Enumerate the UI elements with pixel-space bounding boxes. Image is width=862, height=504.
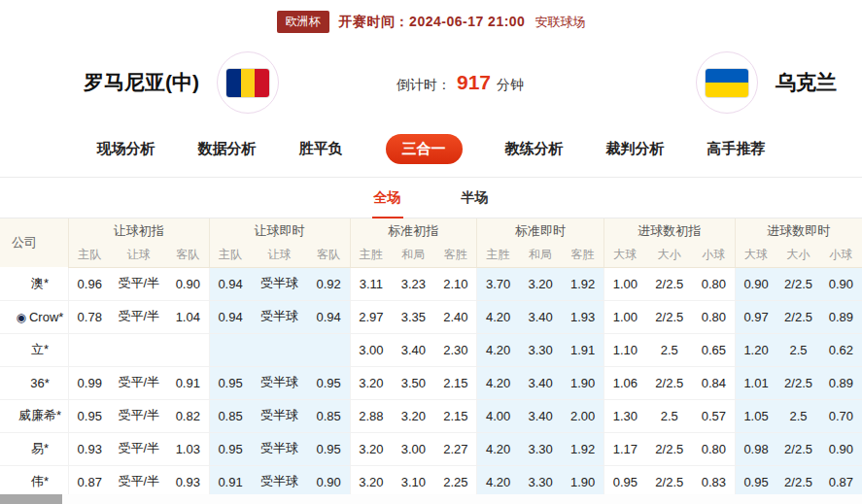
odds-cell: 2/2.5 bbox=[776, 465, 819, 498]
tab-win-draw-loss[interactable]: 胜平负 bbox=[299, 140, 343, 158]
subtab-half-match[interactable]: 半场 bbox=[460, 178, 491, 218]
home-team: 罗马尼亚(中) bbox=[0, 51, 397, 114]
odds-cell: 1.91 bbox=[562, 333, 603, 366]
odds-cell: 受半球 bbox=[251, 267, 307, 300]
table-row: 立*3.003.402.304.203.301.911.102.50.651.2… bbox=[0, 333, 862, 366]
odds-cell: 0.82 bbox=[167, 399, 209, 432]
group-header-handicap-initial: 让球初指 bbox=[68, 218, 209, 243]
odds-cell: 0.90 bbox=[820, 267, 862, 300]
odds-cell: 4.20 bbox=[477, 366, 519, 399]
odds-cell: 0.80 bbox=[693, 267, 735, 300]
odds-cell: 0.96 bbox=[68, 267, 110, 300]
odds-cell: 0.80 bbox=[693, 300, 735, 333]
odds-cell: 0.83 bbox=[693, 465, 735, 498]
col-header: 客胜 bbox=[434, 243, 476, 267]
odds-cell: 0.93 bbox=[167, 465, 209, 498]
odds-cell bbox=[111, 333, 167, 366]
odds-cell: 0.95 bbox=[209, 432, 251, 465]
company-cell: 36* bbox=[0, 366, 68, 399]
ukraine-flag-icon bbox=[705, 68, 749, 98]
sub-header-row: 主队 让球 客队 主队 让球 客队 主胜 和局 客胜 主胜 和局 客胜 大球 大… bbox=[0, 243, 862, 267]
odds-cell: 1.05 bbox=[735, 399, 776, 432]
col-header: 客队 bbox=[167, 243, 209, 267]
odds-cell: 3.40 bbox=[519, 399, 562, 432]
odds-cell: 2.5 bbox=[646, 333, 693, 366]
company-name: Crow* bbox=[29, 310, 63, 324]
odds-cell: 3.11 bbox=[350, 267, 392, 300]
company-name: 立* bbox=[31, 342, 49, 356]
company-name: 易* bbox=[31, 441, 49, 455]
odds-cell: 3.40 bbox=[392, 333, 434, 366]
group-header-handicap-live: 让球即时 bbox=[209, 218, 350, 243]
horizontal-scrollbar-thumb[interactable] bbox=[0, 494, 62, 504]
odds-cell: 4.20 bbox=[477, 465, 519, 498]
odds-cell: 1.06 bbox=[603, 366, 645, 399]
tab-data-analysis[interactable]: 数据分析 bbox=[198, 140, 257, 158]
company-cell: 威廉希* bbox=[0, 399, 68, 432]
odds-cell: 3.20 bbox=[392, 399, 434, 432]
odds-cell: 0.62 bbox=[820, 333, 862, 366]
col-header: 和局 bbox=[519, 243, 562, 267]
group-header-goals-live: 进球数即时 bbox=[735, 218, 862, 243]
odds-cell: 1.93 bbox=[562, 300, 603, 333]
home-flag-ring bbox=[217, 51, 279, 114]
company-cell: 澳* bbox=[0, 267, 68, 300]
tab-three-in-one[interactable]: 三合一 bbox=[386, 134, 463, 164]
odds-cell: 3.00 bbox=[392, 432, 434, 465]
odds-cell: 受半球 bbox=[251, 399, 307, 432]
odds-cell: 2.30 bbox=[434, 333, 476, 366]
odds-cell: 3.10 bbox=[392, 465, 434, 498]
odds-cell: 0.78 bbox=[68, 300, 110, 333]
kickoff-time: 开赛时间：2024-06-17 21:00 bbox=[339, 14, 526, 31]
odds-cell: 2.15 bbox=[434, 366, 476, 399]
odds-cell: 0.87 bbox=[820, 465, 862, 498]
venue-name: 安联球场 bbox=[534, 14, 585, 31]
company-cell: ◉Crow* bbox=[0, 300, 68, 333]
odds-cell: 3.00 bbox=[350, 333, 392, 366]
company-cell: 立* bbox=[0, 333, 68, 366]
odds-cell bbox=[251, 333, 307, 366]
odds-cell: 1.17 bbox=[603, 432, 645, 465]
odds-cell: 0.99 bbox=[68, 366, 110, 399]
odds-cell: 0.95 bbox=[68, 399, 110, 432]
match-header: 欧洲杯 开赛时间：2024-06-17 21:00 安联球场 bbox=[0, 0, 862, 33]
odds-cell: 2.25 bbox=[434, 465, 476, 498]
col-header: 小球 bbox=[693, 243, 735, 267]
col-header: 小球 bbox=[820, 243, 862, 267]
odds-cell: 1.10 bbox=[603, 333, 645, 366]
tab-expert-picks[interactable]: 高手推荐 bbox=[707, 140, 766, 158]
odds-cell: 0.94 bbox=[209, 300, 251, 333]
tab-live-analysis[interactable]: 现场分析 bbox=[97, 140, 155, 158]
odds-cell: 4.20 bbox=[477, 333, 519, 366]
odds-cell: 0.95 bbox=[308, 432, 350, 465]
countdown: 倒计时： 917 分钟 bbox=[397, 71, 524, 94]
odds-cell: 受半球 bbox=[251, 300, 307, 333]
odds-cell: 1.90 bbox=[562, 465, 603, 498]
away-team: 乌克兰 bbox=[524, 51, 862, 114]
odds-cell: 4.20 bbox=[477, 432, 519, 465]
horizontal-scrollbar bbox=[0, 494, 862, 504]
tab-coach-analysis[interactable]: 教练分析 bbox=[505, 140, 564, 158]
odds-table: 公司 让球初指 让球即时 标准初指 标准即时 进球数初指 进球数即时 主队 让球… bbox=[0, 218, 862, 499]
odds-cell: 3.30 bbox=[519, 333, 562, 366]
odds-cell: 1.20 bbox=[735, 333, 776, 366]
odds-cell: 0.95 bbox=[308, 366, 350, 399]
odds-cell: 3.20 bbox=[350, 432, 392, 465]
romania-flag-icon bbox=[225, 68, 270, 98]
odds-cell: 0.85 bbox=[308, 399, 350, 432]
odds-cell: 0.92 bbox=[308, 267, 350, 300]
odds-cell: 受半球 bbox=[251, 465, 307, 498]
odds-cell: 2/2.5 bbox=[646, 432, 693, 465]
odds-cell bbox=[68, 333, 110, 366]
odds-cell: 2/2.5 bbox=[776, 300, 819, 333]
odds-cell: 3.50 bbox=[392, 366, 434, 399]
tab-referee-analysis[interactable]: 裁判分析 bbox=[606, 140, 665, 158]
company-name: 36* bbox=[30, 376, 50, 390]
league-badge: 欧洲杯 bbox=[277, 11, 329, 33]
odds-cell: 0.87 bbox=[68, 465, 110, 498]
company-name: 伟* bbox=[31, 474, 49, 488]
odds-table-body: 澳*0.96受平/半0.900.94受半球0.923.113.232.103.7… bbox=[0, 267, 862, 498]
odds-cell: 1.92 bbox=[562, 432, 603, 465]
odds-cell: 0.89 bbox=[820, 366, 862, 399]
subtab-full-match[interactable]: 全场 bbox=[372, 178, 403, 218]
